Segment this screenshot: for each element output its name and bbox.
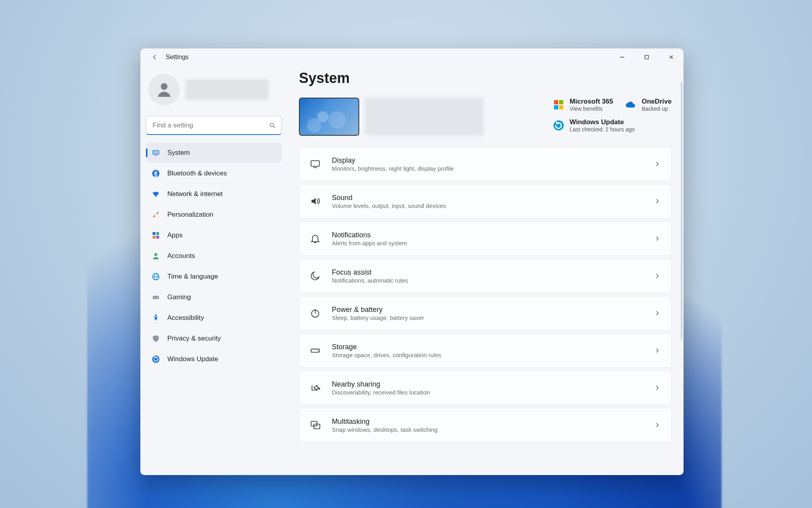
svg-rect-19 <box>554 100 558 104</box>
svg-point-27 <box>318 350 318 351</box>
card-storage[interactable]: StorageStorage space, drives, configurat… <box>299 333 672 368</box>
chevron-right-icon <box>654 347 661 354</box>
chevron-right-icon <box>654 235 661 242</box>
sidebar-item-system[interactable]: System <box>146 143 282 163</box>
svg-point-6 <box>152 170 159 177</box>
card-nearby-sharing[interactable]: Nearby sharingDiscoverability, received … <box>299 371 672 405</box>
display-icon <box>151 148 160 157</box>
sidebar-item-label: Bluetooth & devices <box>167 169 227 177</box>
card-sound[interactable]: SoundVolume levels, output, input, sound… <box>299 184 672 218</box>
svg-point-1 <box>161 83 168 90</box>
bluetooth-icon <box>151 169 160 178</box>
status-windows-update[interactable]: Windows UpdateLast checked: 2 hours ago <box>553 118 672 133</box>
person-icon <box>151 252 160 260</box>
svg-rect-8 <box>156 232 159 235</box>
svg-point-16 <box>157 297 158 298</box>
sidebar-item-label: Privacy & security <box>167 335 221 343</box>
svg-rect-0 <box>645 56 649 59</box>
power-icon <box>310 308 321 319</box>
sidebar-item-privacy[interactable]: Privacy & security <box>146 329 282 348</box>
microsoft-logo-icon <box>553 99 564 110</box>
refresh-icon <box>151 355 160 364</box>
svg-point-2 <box>270 123 274 127</box>
search-icon <box>269 122 276 129</box>
scrollbar[interactable] <box>681 82 682 340</box>
moon-icon <box>310 270 321 281</box>
globe-clock-icon <box>151 272 160 281</box>
chevron-right-icon <box>654 384 661 391</box>
svg-rect-20 <box>559 100 563 104</box>
multitask-icon <box>310 419 321 431</box>
svg-rect-9 <box>153 236 155 239</box>
bell-icon <box>310 233 321 244</box>
sidebar-item-gaming[interactable]: Gaming <box>146 287 282 307</box>
search-input[interactable] <box>146 116 282 135</box>
user-name-redacted <box>186 79 269 100</box>
back-button[interactable] <box>146 48 163 66</box>
sidebar-item-network[interactable]: Network & internet <box>146 184 282 204</box>
svg-rect-24 <box>311 161 320 166</box>
svg-rect-10 <box>156 236 159 239</box>
sidebar-item-label: Time & language <box>167 273 218 281</box>
close-button[interactable] <box>659 48 684 66</box>
svg-point-23 <box>553 120 564 131</box>
sidebar-item-bluetooth[interactable]: Bluetooth & devices <box>146 164 282 183</box>
sidebar-item-time-language[interactable]: Time & language <box>146 267 282 287</box>
sidebar-item-label: Gaming <box>167 293 191 301</box>
card-display[interactable]: DisplayMonitors, brightness, night light… <box>299 147 672 181</box>
svg-rect-22 <box>559 105 563 110</box>
share-icon <box>310 382 321 393</box>
card-notifications[interactable]: NotificationsAlerts from apps and system <box>299 221 672 256</box>
status-column: Microsoft 365View benefits OneDriveBacke… <box>553 98 672 133</box>
monitor-icon <box>310 158 321 169</box>
sidebar-item-accessibility[interactable]: Accessibility <box>146 308 282 328</box>
shield-icon <box>151 334 160 343</box>
accessibility-icon <box>151 314 160 322</box>
chevron-right-icon <box>654 160 661 167</box>
status-microsoft-365[interactable]: Microsoft 365View benefits <box>553 98 613 112</box>
window-title: Settings <box>166 54 189 61</box>
sidebar-item-label: Windows Update <box>167 355 218 363</box>
sidebar-item-label: Network & internet <box>167 190 223 198</box>
device-thumbnail[interactable] <box>299 98 359 136</box>
svg-rect-4 <box>153 151 159 154</box>
sidebar-item-label: Accounts <box>167 252 195 260</box>
sidebar-item-apps[interactable]: Apps <box>146 225 282 245</box>
sidebar-item-accounts[interactable]: Accounts <box>146 246 282 266</box>
sidebar-item-personalization[interactable]: Personalization <box>146 205 282 225</box>
nav-list: System Bluetooth & devices Network & int… <box>146 143 282 369</box>
chevron-right-icon <box>654 421 661 429</box>
minimize-button[interactable] <box>610 48 634 66</box>
user-card[interactable] <box>146 70 282 116</box>
avatar <box>148 74 180 106</box>
svg-point-15 <box>154 297 155 298</box>
chevron-right-icon <box>654 272 661 279</box>
settings-card-list: DisplayMonitors, brightness, night light… <box>299 147 672 450</box>
chevron-right-icon <box>654 198 661 205</box>
card-power-battery[interactable]: Power & batterySleep, battery usage, bat… <box>299 296 672 330</box>
page-title: System <box>299 70 672 87</box>
sidebar-item-label: System <box>167 149 190 157</box>
card-focus-assist[interactable]: Focus assistNotifications, automatic rul… <box>299 259 672 293</box>
cloud-icon <box>625 99 636 110</box>
device-info-row: Microsoft 365View benefits OneDriveBacke… <box>299 98 672 136</box>
sidebar: System Bluetooth & devices Network & int… <box>140 66 287 475</box>
sidebar-item-windows-update[interactable]: Windows Update <box>146 349 282 369</box>
wifi-icon <box>151 190 160 198</box>
arrow-left-icon <box>151 54 158 61</box>
settings-window: Settings <box>140 48 684 475</box>
search-box[interactable] <box>146 116 282 135</box>
speaker-icon <box>310 196 321 207</box>
svg-rect-21 <box>554 105 558 110</box>
status-onedrive[interactable]: OneDriveBacked up <box>625 98 672 112</box>
sidebar-item-label: Accessibility <box>167 314 204 322</box>
drive-icon <box>310 345 321 356</box>
gamepad-icon <box>151 293 160 302</box>
device-name-redacted <box>365 98 484 136</box>
maximize-button[interactable] <box>634 48 659 66</box>
svg-point-18 <box>152 356 159 363</box>
svg-rect-14 <box>153 296 159 299</box>
main-content: System Microsoft 365View benefits OneDri… <box>287 66 684 475</box>
card-multitasking[interactable]: MultitaskingSnap windows, desktops, task… <box>299 408 672 442</box>
svg-point-11 <box>154 253 157 256</box>
